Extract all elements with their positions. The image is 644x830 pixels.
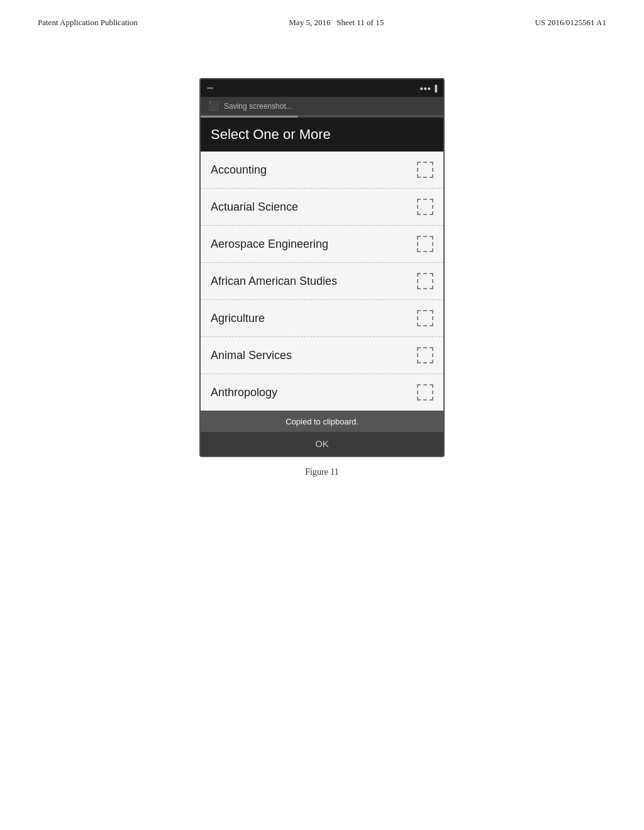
patent-sheet: Sheet 11 of 15 bbox=[336, 18, 384, 27]
list-item-label: Agriculture bbox=[211, 312, 265, 325]
figure-area: ▪▪▪ ●●● ▐ ⬛ Saving screenshot... Select … bbox=[0, 78, 644, 477]
list-item[interactable]: Aerospace Engineering bbox=[201, 226, 443, 263]
toast-notification: Copied to clipboard. bbox=[201, 411, 443, 432]
patent-header-left: Patent Application Publication bbox=[38, 18, 138, 28]
list-item[interactable]: Agriculture bbox=[201, 300, 443, 337]
anthropology-checkbox[interactable] bbox=[417, 384, 433, 401]
list-item[interactable]: African American Studies bbox=[201, 263, 443, 300]
phone-mockup: ▪▪▪ ●●● ▐ ⬛ Saving screenshot... Select … bbox=[199, 78, 445, 457]
screenshot-icon: ⬛ bbox=[208, 101, 219, 111]
list-item[interactable]: Accounting bbox=[201, 152, 443, 189]
ok-button[interactable]: OK bbox=[315, 438, 329, 449]
progress-bar-fill bbox=[201, 116, 297, 118]
screenshot-notification-bar: ⬛ Saving screenshot... bbox=[201, 97, 443, 116]
ok-bar: OK bbox=[201, 432, 443, 456]
list-item-label: Aerospace Engineering bbox=[211, 238, 328, 251]
screenshot-text: Saving screenshot... bbox=[224, 102, 292, 111]
app-header: Select One or More bbox=[201, 118, 443, 152]
list-item-label: Animal Services bbox=[211, 349, 292, 362]
list-container: Accounting Actuarial Science Aerospace E… bbox=[201, 152, 443, 411]
patent-date: May 5, 2016 bbox=[289, 18, 330, 27]
list-item-label: Actuarial Science bbox=[211, 201, 298, 214]
figure-label: Figure 11 bbox=[305, 467, 339, 477]
battery-icon: ●●● ▐ bbox=[419, 85, 437, 92]
toast-text: Copied to clipboard. bbox=[286, 417, 358, 426]
patent-header: Patent Application Publication May 5, 20… bbox=[0, 0, 644, 28]
animal-services-checkbox[interactable] bbox=[417, 347, 433, 363]
list-item-label: Accounting bbox=[211, 163, 267, 177]
african-american-studies-checkbox[interactable] bbox=[417, 273, 433, 289]
list-item-label: African American Studies bbox=[211, 275, 337, 288]
header-title: Select One or More bbox=[211, 126, 433, 143]
list-item[interactable]: Animal Services bbox=[201, 337, 443, 374]
patent-header-center: May 5, 2016 Sheet 11 of 15 bbox=[289, 18, 384, 28]
agriculture-checkbox[interactable] bbox=[417, 310, 433, 326]
list-item[interactable]: Actuarial Science bbox=[201, 189, 443, 226]
progress-bar bbox=[201, 116, 443, 118]
status-bar: ▪▪▪ ●●● ▐ bbox=[201, 79, 443, 97]
list-item-label: Anthropology bbox=[211, 386, 277, 399]
aerospace-engineering-checkbox[interactable] bbox=[417, 236, 433, 252]
patent-header-right: US 2016/0125561 A1 bbox=[535, 18, 606, 28]
signal-icon: ▪▪▪ bbox=[207, 85, 213, 91]
accounting-checkbox[interactable] bbox=[417, 162, 433, 178]
actuarial-science-checkbox[interactable] bbox=[417, 199, 433, 215]
list-item[interactable]: Anthropology bbox=[201, 374, 443, 411]
